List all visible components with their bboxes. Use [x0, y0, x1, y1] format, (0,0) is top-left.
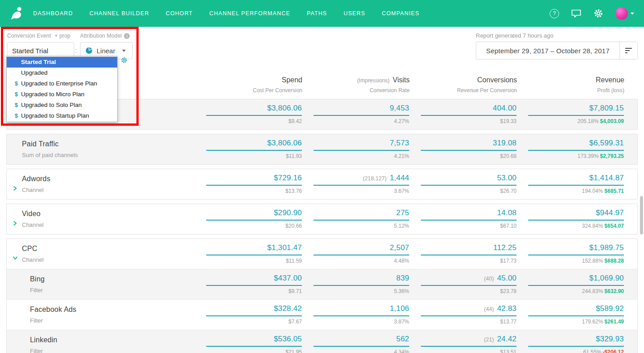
nav-item-dashboard[interactable]: DASHBOARD — [33, 10, 73, 17]
row-name[interactable]: Adwords — [22, 175, 195, 183]
profit-value: $688.28 — [605, 258, 624, 264]
app-logo-icon[interactable] — [10, 6, 23, 21]
conversions-value[interactable]: 112.25 — [421, 243, 517, 255]
visits-value[interactable]: (218,127)1,444 — [314, 174, 409, 186]
revenue-value[interactable]: $6,599.31 — [528, 139, 624, 151]
info-icon[interactable]: i — [124, 33, 130, 39]
visits-value[interactable]: 7,573 — [314, 139, 409, 151]
profit-value: $261.49 — [605, 319, 624, 325]
row-name[interactable]: Bing — [30, 275, 195, 283]
conversions-number: 42.83 — [497, 304, 517, 313]
conversions-value[interactable]: 14.08 — [421, 208, 517, 221]
revenue-value[interactable]: $329.93 — [528, 335, 624, 347]
table-row: Paid Traffic Sum of paid channels $3,806… — [7, 134, 637, 164]
nav-item-channel-performance[interactable]: CHANNEL PERFORMANCE — [209, 10, 290, 17]
column-spend[interactable]: Spend — [195, 76, 302, 84]
revenue-value[interactable]: $944.97 — [528, 208, 624, 221]
revenue-value[interactable]: $589.92 — [528, 304, 624, 316]
dropdown-item-upgraded-startup[interactable]: $Upgraded to Startup Plan — [7, 111, 117, 121]
dropdown-item-started-trial[interactable]: Started Trial — [7, 57, 117, 68]
conversion-event-dropdown: Started Trial Upgraded $Upgraded to Ente… — [6, 56, 118, 122]
conversion-event-label-text: Conversion Event — [7, 33, 51, 39]
nav-item-cohort[interactable]: COHORT — [166, 10, 193, 17]
gear-icon[interactable] — [593, 9, 603, 18]
dropdown-item-upgraded[interactable]: Upgraded — [7, 68, 117, 78]
spend-value[interactable]: $729.16 — [206, 174, 302, 186]
revenue-value[interactable]: $1,069.90 — [528, 274, 624, 286]
expand-chevron-icon[interactable] — [13, 221, 17, 226]
row-card-cpc-group: CPC Channel $1,301.47$11.59 2,5074.48% 1… — [6, 238, 638, 353]
expand-chevron-icon[interactable] — [13, 186, 17, 191]
conversions-value[interactable]: 319.08 — [421, 139, 517, 151]
visits-value[interactable]: 2,507 — [314, 243, 409, 255]
help-icon[interactable]: ? — [550, 9, 559, 18]
profit-pct: 173.39% — [577, 153, 598, 159]
profit-pct: 205.18% — [577, 118, 598, 124]
nav-item-channel-builder[interactable]: CHANNEL BUILDER — [89, 10, 149, 17]
column-revenue[interactable]: Revenue — [517, 76, 624, 84]
row-type: Channel — [22, 221, 195, 228]
row-name[interactable]: Linkedin — [30, 336, 195, 344]
row-name[interactable]: Video — [22, 210, 195, 218]
revenue-value[interactable]: $1,989.75 — [528, 243, 624, 255]
dropdown-item-upgraded-solo[interactable]: $Upgraded to Solo Plan — [7, 100, 117, 111]
dropdown-item-upgraded-enterprise[interactable]: $Upgraded to Enterprise Plan — [7, 78, 117, 89]
sort-button[interactable] — [619, 42, 637, 59]
spend-value[interactable]: $437.00 — [206, 274, 302, 286]
conversions-count: (40) — [484, 276, 494, 282]
profit-pct: 244.83% — [582, 288, 603, 294]
visits-value[interactable]: 839 — [314, 274, 409, 286]
row-name[interactable]: Facebook Ads — [30, 306, 195, 314]
attribution-model-label: Attribution Modeli — [80, 33, 133, 39]
nav-right-icons: ? — [550, 7, 634, 20]
revenue-value[interactable]: $7,809.15 — [528, 104, 624, 116]
row-name[interactable]: CPC — [22, 245, 195, 253]
visits-value[interactable]: 1,106 — [314, 304, 409, 316]
dropdown-item-upgraded-micro[interactable]: $Upgraded to Micro Plan — [7, 89, 117, 100]
nav-item-paths[interactable]: PATHS — [307, 10, 327, 17]
nav-item-companies[interactable]: COMPANIES — [382, 10, 419, 17]
nav-item-users[interactable]: USERS — [343, 10, 365, 17]
visits-value[interactable]: 9,453 — [314, 104, 409, 116]
chat-icon[interactable] — [571, 9, 581, 18]
conversion-rate-value: 4.21% — [302, 153, 409, 159]
collapse-chevron-icon[interactable] — [13, 255, 18, 260]
row-type: Filter — [30, 348, 195, 353]
conversions-value[interactable]: 404.00 — [421, 104, 517, 116]
column-impressions: (Impressions) — [357, 77, 390, 84]
profit-value: -$206.12 — [603, 349, 624, 353]
column-visits[interactable]: Visits — [393, 76, 410, 84]
add-prop-link[interactable]: + prop — [55, 33, 71, 39]
revenue-value[interactable]: $1,414.87 — [528, 174, 624, 186]
column-conversions[interactable]: Conversions — [410, 76, 517, 84]
cost-per-conversion-value: $13.76 — [195, 188, 302, 194]
date-range[interactable]: September 29, 2017 – October 28, 2017 — [476, 42, 619, 59]
spend-value[interactable]: $3,806.06 — [206, 104, 302, 116]
spend-value[interactable]: $3,806.06 — [206, 139, 302, 151]
conversions-number: 45.00 — [497, 274, 517, 282]
money-icon: $ — [15, 78, 18, 89]
visits-value[interactable]: 275 — [314, 208, 409, 221]
spend-value[interactable]: $1,301.47 — [206, 243, 302, 255]
nav-menu: DASHBOARD CHANNEL BUILDER COHORT CHANNEL… — [33, 10, 419, 17]
row-type: Channel — [22, 256, 195, 263]
attribution-model-label-text: Attribution Model — [80, 33, 122, 39]
conversions-value[interactable]: (44)42.83 — [421, 304, 517, 316]
spend-value[interactable]: $290.90 — [206, 208, 302, 221]
conversion-settings-gear-icon[interactable] — [121, 57, 127, 64]
account-menu[interactable] — [615, 7, 634, 20]
conversions-value[interactable]: (40)45.00 — [421, 274, 517, 286]
separator-colon: : — [75, 47, 77, 54]
spend-value[interactable]: $328.42 — [206, 304, 302, 316]
visits-number: 1,444 — [390, 174, 409, 182]
avatar[interactable] — [615, 7, 628, 20]
row-type: Channel — [22, 187, 195, 193]
visits-value[interactable]: 562 — [314, 335, 409, 347]
conversions-value[interactable]: 53.00 — [421, 174, 517, 186]
spend-value[interactable]: $536.05 — [206, 335, 302, 347]
conversions-count: (44) — [484, 306, 494, 312]
vertical-scrollbar[interactable] — [640, 196, 643, 234]
conversions-value[interactable]: (21)24.42 — [421, 335, 517, 347]
revenue-per-conversion-value: $13.77 — [409, 319, 517, 325]
cost-per-conversion-value: $11.93 — [195, 153, 302, 159]
